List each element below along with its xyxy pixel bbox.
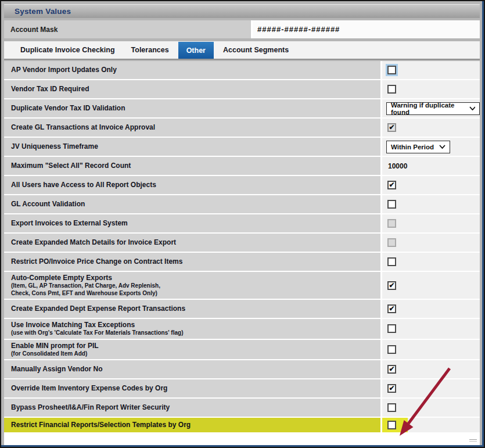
checkbox-manually-assign-vendor-no[interactable]: ✔ xyxy=(387,365,396,374)
select-jv-uniqueness-timeframe[interactable]: Within Period xyxy=(386,141,450,153)
row-value-cell xyxy=(382,61,480,79)
checkbox-override-item-inventory-expense-codes-by-org[interactable]: ✔ xyxy=(387,384,396,393)
row-restrict-financial-reports-selection-templates-b: Restrict Financial Reports/Selection Tem… xyxy=(4,418,480,432)
row-label-cell: Restrict Financial Reports/Selection Tem… xyxy=(4,418,380,432)
checkbox-gl-account-validation[interactable] xyxy=(387,200,396,209)
row-label: JV Uniqueness Timeframe xyxy=(11,142,380,151)
row-bypass-prosheet-i-a-fin-report-writer-security: Bypass Prosheet/I&A/Fin Report Writer Se… xyxy=(4,399,480,417)
row-label-cell: Bypass Prosheet/I&A/Fin Report Writer Se… xyxy=(4,399,380,417)
row-label-cell: Use Invoice Matching Tax Exceptions(use … xyxy=(4,319,380,339)
row-auto-complete-empty-exports: Auto-Complete Empty Exports(Item, GL, AP… xyxy=(4,272,480,299)
row-value-cell: 10000 xyxy=(382,157,480,175)
row-label: Create Expanded Match Details for Invoic… xyxy=(11,238,380,247)
row-all-users-have-access-to-all-report-objects: All Users have Access to All Report Obje… xyxy=(4,176,480,194)
row-manually-assign-vendor-no: Manually Assign Vendor No✔ xyxy=(4,360,480,378)
row-label: Override Item Inventory Expense Codes by… xyxy=(11,384,380,393)
tab-account-segments[interactable]: Account Segments xyxy=(215,41,297,59)
tab-duplicate-invoice-checking[interactable]: Duplicate Invoice Checking xyxy=(12,41,123,59)
row-label-cell: Duplicate Vendor Tax ID Validation xyxy=(4,99,380,117)
row-label-cell: Create Expanded Match Details for Invoic… xyxy=(4,234,380,252)
account-mask-row: Account Mask #####-#####-###### xyxy=(4,20,480,38)
row-maximum-select-all-record-count: Maximum "Select All" Record Count10000 xyxy=(4,157,480,175)
chevron-down-icon xyxy=(469,106,475,110)
row-ap-vendor-import-updates-only: AP Vendor Import Updates Only xyxy=(4,61,480,79)
settings-rows: AP Vendor Import Updates OnlyVendor Tax … xyxy=(4,61,480,445)
row-create-expanded-match-details-for-invoice-export: Create Expanded Match Details for Invoic… xyxy=(4,234,480,252)
row-value-cell: ✔ xyxy=(382,176,480,194)
row-label: Manually Assign Vendor No xyxy=(11,365,380,374)
row-label: AP Vendor Import Updates Only xyxy=(11,66,380,74)
row-label-cell: Restrict PO/Invoice Price Change on Cont… xyxy=(4,253,380,271)
checkbox-create-expanded-match-details-for-invoice-export xyxy=(387,238,396,247)
row-value-cell: Warning if duplicate found xyxy=(382,99,480,117)
row-value-cell xyxy=(382,234,480,252)
checkbox-export-invoices-to-external-system xyxy=(387,219,396,228)
tab-tolerances[interactable]: Tolerances xyxy=(123,41,177,59)
row-label: Create GL Transactions at Invoice Approv… xyxy=(11,123,380,132)
checkbox-enable-min-prompt-for-pil[interactable] xyxy=(387,345,396,354)
row-value-cell xyxy=(382,214,480,232)
row-restrict-po-invoice-price-change-on-contract-ite: Restrict PO/Invoice Price Change on Cont… xyxy=(4,253,480,271)
system-values-window: System Values Account Mask #####-#####-#… xyxy=(0,0,485,448)
checkbox-restrict-financial-reports-selection-templates-b[interactable] xyxy=(387,421,396,429)
window-titlebar: System Values xyxy=(4,4,480,18)
row-value-cell xyxy=(382,418,480,432)
row-label-cell: Export Invoices to External System xyxy=(4,214,380,232)
row-label: Create Expanded Dept Expense Report Tran… xyxy=(11,304,380,313)
row-value-cell: Within Period xyxy=(382,138,480,156)
row-duplicate-vendor-tax-id-validation: Duplicate Vendor Tax ID ValidationWarnin… xyxy=(4,99,480,117)
row-label-cell: Auto-Complete Empty Exports(Item, GL, AP… xyxy=(4,272,380,299)
row-label-cell: All Users have Access to All Report Obje… xyxy=(4,176,380,194)
row-jv-uniqueness-timeframe: JV Uniqueness TimeframeWithin Period xyxy=(4,138,480,156)
checkbox-create-expanded-dept-expense-report-transactions[interactable]: ✔ xyxy=(387,304,396,313)
checkbox-bypass-prosheet-i-a-fin-report-writer-security[interactable] xyxy=(387,403,396,412)
checkmark-icon: ✔ xyxy=(389,282,394,289)
row-label: Maximum "Select All" Record Count xyxy=(11,162,380,170)
row-use-invoice-matching-tax-exceptions: Use Invoice Matching Tax Exceptions(use … xyxy=(4,319,480,339)
checkbox-create-gl-transactions-at-invoice-approval: ✔ xyxy=(387,123,396,132)
row-value-cell: ✔ xyxy=(382,379,480,397)
tab-other[interactable]: Other xyxy=(178,42,214,59)
row-export-invoices-to-external-system: Export Invoices to External System xyxy=(4,214,480,232)
row-label-cell: Manually Assign Vendor No xyxy=(4,360,380,378)
account-mask-field[interactable]: #####-#####-###### xyxy=(253,20,480,38)
row-label: Use Invoice Matching Tax Exceptions xyxy=(11,321,380,329)
page-title: System Values xyxy=(15,7,71,16)
checkbox-restrict-po-invoice-price-change-on-contract-ite[interactable] xyxy=(387,257,396,266)
row-label-cell: AP Vendor Import Updates Only xyxy=(4,61,380,79)
row-label: GL Account Validation xyxy=(11,200,380,209)
row-sublabel: (use with Org's 'Calculate Tax For Mater… xyxy=(11,329,380,337)
select-duplicate-vendor-tax-id-validation[interactable]: Warning if duplicate found xyxy=(386,102,480,115)
checkbox-use-invoice-matching-tax-exceptions[interactable] xyxy=(387,324,396,333)
row-value-cell: ✔ xyxy=(382,272,480,299)
row-value-cell xyxy=(382,195,480,213)
resize-gripper-icon xyxy=(469,439,477,442)
checkmark-icon: ✔ xyxy=(389,365,394,372)
row-create-gl-transactions-at-invoice-approval: Create GL Transactions at Invoice Approv… xyxy=(4,119,480,137)
row-label: Vendor Tax ID Required xyxy=(11,85,380,94)
row-sublabel: (for Consolidated Item Add) xyxy=(11,350,380,358)
row-label-cell: GL Account Validation xyxy=(4,195,380,213)
select-value: Warning if duplicate found xyxy=(391,102,464,116)
row-label: All Users have Access to All Report Obje… xyxy=(11,181,380,189)
row-label: Duplicate Vendor Tax ID Validation xyxy=(11,104,380,113)
checkbox-auto-complete-empty-exports[interactable]: ✔ xyxy=(387,281,396,290)
row-value-cell: ✔ xyxy=(382,360,480,378)
row-value-cell xyxy=(382,399,480,417)
checkbox-all-users-have-access-to-all-report-objects[interactable]: ✔ xyxy=(387,181,396,189)
row-vendor-tax-id-required: Vendor Tax ID Required xyxy=(4,80,480,98)
row-label-cell: Create GL Transactions at Invoice Approv… xyxy=(4,119,380,137)
checkbox-vendor-tax-id-required[interactable] xyxy=(387,85,396,94)
checkbox-ap-vendor-import-updates-only[interactable] xyxy=(387,66,396,74)
checkmark-icon: ✔ xyxy=(389,305,394,312)
row-label: Export Invoices to External System xyxy=(11,219,380,228)
tab-bar: Duplicate Invoice CheckingTolerancesOthe… xyxy=(4,41,480,60)
row-label-cell: Maximum "Select All" Record Count xyxy=(4,157,380,175)
select-value: Within Period xyxy=(391,144,434,150)
row-label: Restrict Financial Reports/Selection Tem… xyxy=(11,421,380,429)
window-body: System Values Account Mask #####-#####-#… xyxy=(1,1,484,447)
checkmark-icon: ✔ xyxy=(389,385,394,392)
row-label-cell: Override Item Inventory Expense Codes by… xyxy=(4,379,380,397)
account-mask-label: Account Mask xyxy=(4,20,251,38)
chevron-down-icon xyxy=(439,145,446,149)
